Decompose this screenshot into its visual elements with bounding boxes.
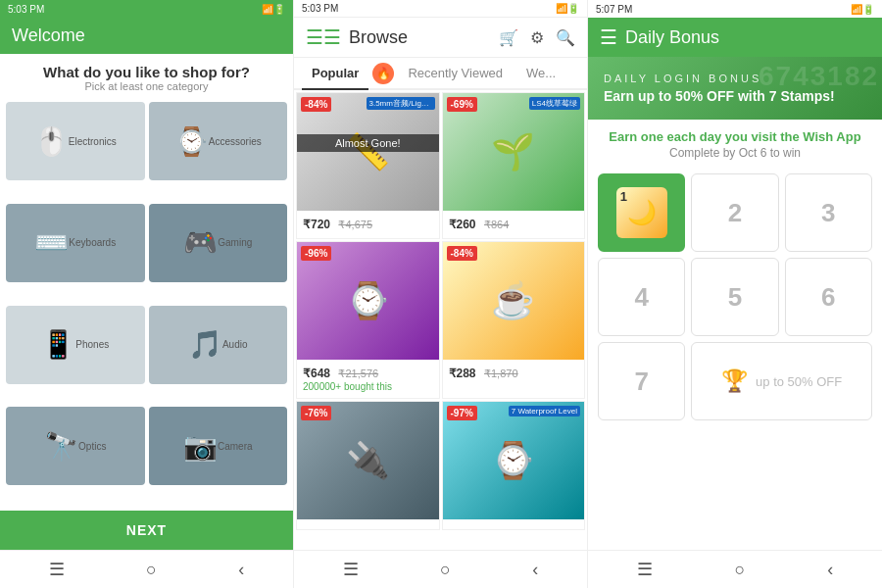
product-sold-3: 200000+ bought this bbox=[303, 381, 433, 392]
trophy-icon: 🏆 bbox=[721, 368, 748, 394]
product-card-6[interactable]: -97% 7 Waterproof Level ⌚ bbox=[442, 401, 586, 530]
browse-header: ☰ Browse 🛒 ⚙ 🔍 bbox=[294, 18, 587, 58]
product-info-3: ₹648 ₹21,576 200000+ bought this bbox=[297, 360, 439, 398]
label-badge-2: LS4线草莓绿 bbox=[529, 97, 580, 110]
category-item-3[interactable]: ⌨️Keyboards bbox=[6, 204, 145, 282]
product-list: -84% 3.5mm音频/Lightning 📏 Almost Gone! ₹7… bbox=[294, 90, 587, 550]
stamp-7[interactable]: 7 bbox=[598, 342, 685, 420]
cart-icon[interactable]: 🛒 bbox=[499, 28, 518, 47]
bonus-title: Daily Bonus bbox=[625, 27, 870, 48]
next-button[interactable]: NEXT bbox=[0, 511, 293, 550]
product-card-1[interactable]: -84% 3.5mm音频/Lightning 📏 Almost Gone! ₹7… bbox=[296, 92, 440, 239]
label-badge-6: 7 Waterproof Level bbox=[509, 406, 580, 416]
product-old-price-3: ₹21,576 bbox=[338, 368, 378, 379]
stamp-num-2: 2 bbox=[728, 198, 742, 228]
login-bonus-label: DAILY LOGIN BONUS bbox=[604, 73, 866, 84]
stamp-num-3: 3 bbox=[821, 198, 835, 228]
nav-back-2[interactable]: ‹ bbox=[532, 560, 538, 580]
discount-badge-3: -96% bbox=[301, 246, 331, 261]
stamp-num-5: 5 bbox=[728, 282, 742, 313]
browse-panel: 5:03 PM 📶🔋 ☰ Browse 🛒 ⚙ 🔍 Popular 🔥 Rece… bbox=[294, 0, 588, 588]
complete-by: Complete by Oct 6 to win bbox=[604, 146, 866, 160]
status-icons-1: 📶🔋 bbox=[262, 4, 285, 15]
status-icons-2: 📶🔋 bbox=[556, 3, 579, 14]
stamp-4[interactable]: 4 bbox=[598, 258, 685, 336]
nav-menu-3[interactable]: ☰ bbox=[637, 559, 653, 580]
bottom-nav-3: ☰ ○ ‹ bbox=[588, 550, 882, 588]
product-card-5[interactable]: -76% 🔌 bbox=[296, 401, 440, 530]
stamps-grid: 1 🌙 2 3 4 5 6 7 🏆 up to 50% OFF bbox=[588, 166, 882, 428]
product-price-1: ₹720 bbox=[303, 218, 330, 231]
product-card-3[interactable]: -96% ⌚ ₹648 ₹21,576 200000+ bought this bbox=[296, 241, 440, 399]
product-card-2[interactable]: -69% LS4线草莓绿 🌱 ₹260 ₹864 bbox=[442, 92, 586, 239]
tab-wishlist[interactable]: We... bbox=[516, 58, 565, 88]
tab-popular[interactable]: Popular bbox=[302, 58, 368, 90]
stamp-2[interactable]: 2 bbox=[691, 173, 778, 252]
fire-badge: 🔥 bbox=[372, 63, 394, 84]
nav-home-2[interactable]: ○ bbox=[440, 560, 451, 580]
browse-icons: 🛒 ⚙ 🔍 bbox=[499, 28, 575, 47]
filter-icon[interactable]: ⚙ bbox=[530, 28, 544, 47]
product-price-2: ₹260 bbox=[449, 218, 476, 231]
stamp-1[interactable]: 1 🌙 bbox=[598, 173, 685, 252]
stamp-num-6: 6 bbox=[821, 282, 835, 313]
nav-home-3[interactable]: ○ bbox=[735, 560, 746, 580]
product-price-3: ₹648 bbox=[303, 367, 330, 380]
reward-text: up to 50% OFF bbox=[756, 374, 842, 389]
product-info-5 bbox=[297, 519, 439, 529]
browse-title: Browse bbox=[349, 27, 491, 48]
category-item-8[interactable]: 📷Camera bbox=[149, 407, 288, 485]
almost-gone-1: Almost Gone! bbox=[297, 134, 439, 152]
category-grid: 🖱️Electronics ⌚Accessories ⌨️Keyboards 🎮… bbox=[0, 96, 293, 511]
discount-badge-5: -76% bbox=[301, 406, 331, 420]
welcome-header: Welcome bbox=[0, 18, 293, 54]
product-old-price-4: ₹1,870 bbox=[484, 368, 518, 379]
bottom-nav-1: ☰ ○ ‹ bbox=[0, 550, 293, 588]
category-item-1[interactable]: 🖱️Electronics bbox=[6, 102, 145, 180]
product-info-2: ₹260 ₹864 bbox=[443, 211, 585, 238]
discount-badge-2: -69% bbox=[447, 97, 477, 112]
browse-menu-icon[interactable]: ☰ bbox=[306, 25, 341, 49]
category-item-7[interactable]: 🔭Optics bbox=[6, 407, 145, 485]
tagline: What do you like to shop for? Pick at le… bbox=[0, 54, 293, 96]
status-icons-3: 📶🔋 bbox=[851, 4, 874, 15]
product-card-4[interactable]: -84% ☕ ₹288 ₹1,870 bbox=[442, 241, 586, 399]
product-price-4: ₹288 bbox=[449, 367, 476, 380]
stamp-num-7: 7 bbox=[634, 367, 648, 397]
tagline-sub: Pick at least one category bbox=[12, 80, 281, 92]
banner-bg-decoration: 6743182 bbox=[755, 57, 882, 120]
label-badge-1: 3.5mm音频/Lightning bbox=[367, 97, 435, 110]
product-grid: -84% 3.5mm音频/Lightning 📏 Almost Gone! ₹7… bbox=[294, 90, 587, 532]
time-1: 5:03 PM bbox=[8, 4, 44, 15]
category-item-6[interactable]: 🎵Audio bbox=[149, 306, 288, 384]
welcome-panel: 5:03 PM 📶🔋 Welcome What do you like to s… bbox=[0, 0, 294, 588]
browse-tabs: Popular 🔥 Recently Viewed We... bbox=[294, 58, 587, 90]
stamp-6[interactable]: 6 bbox=[785, 258, 872, 336]
stamp-info: Earn one each day you visit the Wish App… bbox=[588, 120, 882, 166]
earn-daily: Earn one each day you visit the Wish App bbox=[604, 129, 866, 144]
tab-recently-viewed[interactable]: Recently Viewed bbox=[398, 58, 513, 88]
stamp-3[interactable]: 3 bbox=[785, 173, 872, 252]
product-info-4: ₹288 ₹1,870 bbox=[443, 360, 585, 387]
nav-back-1[interactable]: ‹ bbox=[238, 560, 244, 580]
category-item-5[interactable]: 📱Phones bbox=[6, 306, 145, 384]
bonus-menu-icon[interactable]: ☰ bbox=[600, 25, 617, 49]
search-icon[interactable]: 🔍 bbox=[556, 28, 575, 47]
category-item-2[interactable]: ⌚Accessories bbox=[149, 102, 288, 180]
product-old-price-2: ₹864 bbox=[484, 219, 509, 230]
nav-back-3[interactable]: ‹ bbox=[827, 560, 833, 580]
product-info-1: ₹720 ₹4,675 bbox=[297, 211, 439, 238]
nav-menu-1[interactable]: ☰ bbox=[49, 559, 65, 580]
bonus-panel: 5:07 PM 📶🔋 ☰ Daily Bonus 6743182 DAILY L… bbox=[588, 0, 882, 588]
bonus-banner: 6743182 DAILY LOGIN BONUS Earn up to 50%… bbox=[588, 57, 882, 120]
stamp-5[interactable]: 5 bbox=[691, 258, 778, 336]
discount-badge-1: -84% bbox=[301, 97, 331, 112]
discount-badge-6: -97% bbox=[447, 406, 477, 420]
product-info-6 bbox=[443, 519, 585, 529]
time-3: 5:07 PM bbox=[596, 4, 632, 15]
nav-home-1[interactable]: ○ bbox=[146, 560, 157, 580]
nav-menu-2[interactable]: ☰ bbox=[343, 559, 359, 580]
time-2: 5:03 PM bbox=[302, 3, 338, 14]
status-bar-3: 5:07 PM 📶🔋 bbox=[588, 0, 882, 18]
category-item-4[interactable]: 🎮Gaming bbox=[149, 204, 288, 282]
